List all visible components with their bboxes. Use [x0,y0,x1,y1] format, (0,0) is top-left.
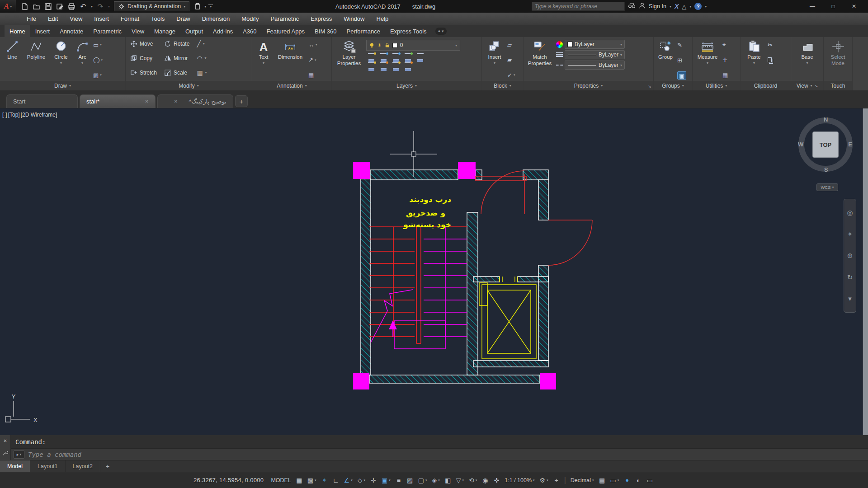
new-drawing-tab-button[interactable]: + [235,95,248,107]
compass-east[interactable]: E [848,141,852,148]
panel-label-view[interactable]: View▾↘ [791,81,823,90]
trim-button[interactable]: ╱▾ [194,38,209,49]
quick-properties-toggle[interactable]: ▤ [597,474,608,486]
paste-button[interactable]: Paste▾ [742,39,766,81]
menu-tools[interactable]: Tools [145,13,170,25]
group-selection-toggle[interactable]: ▣ [677,71,686,80]
tab-layout2[interactable]: Layout2 [66,460,100,472]
gizmo-toggle[interactable]: ⟲▾ [467,474,479,486]
menu-help[interactable]: Help [371,13,395,25]
customize-command-icon[interactable] [2,450,8,456]
menu-format[interactable]: Format [115,13,145,25]
tab-output[interactable]: Output [180,25,208,37]
zoom-icon[interactable]: ⊕ [847,252,853,260]
panel-label-annotation[interactable]: Annotation▾ [252,81,331,90]
menu-dimension[interactable]: Dimension [196,13,236,25]
copy-clip-button[interactable] [768,56,774,65]
arc-button[interactable]: Arc▾ [73,39,91,81]
tab-home[interactable]: Home [5,25,30,37]
open-file-button[interactable] [31,1,42,11]
command-input-row[interactable]: ▸▾ Type a command [11,448,868,460]
minimize-button[interactable]: — [802,3,823,9]
units-button[interactable]: Decimal▾ [568,474,596,486]
layer-unisolate-icon[interactable] [380,62,387,68]
ortho-toggle[interactable]: ∟ [330,474,341,486]
workspace-switching-button[interactable]: ⚙▾ [538,474,551,486]
autoscale-toggle[interactable]: ✜ [491,474,502,486]
viewcube-top-face[interactable]: TOP [812,131,839,158]
menu-modify[interactable]: Modify [236,13,264,25]
plot-button[interactable] [66,1,77,11]
help-icon[interactable]: ? [694,3,702,10]
close-icon[interactable]: ✕ [174,99,178,104]
menu-edit[interactable]: Edit [42,13,64,25]
steering-wheel-icon[interactable]: ◎ [847,209,853,217]
tab-view[interactable]: View [127,25,149,37]
pan-icon[interactable]: ⌖ [848,230,852,238]
group-edit-button[interactable]: ✎ [677,40,686,49]
ellipse-tool-button[interactable]: ◯▾ [93,56,103,65]
tab-insert[interactable]: Insert [30,25,55,37]
cut-button[interactable]: ✂ [768,40,774,49]
redo-button[interactable]: ↷ [95,1,106,11]
menu-window[interactable]: Window [338,13,370,25]
menu-draw[interactable]: Draw [170,13,196,25]
a360-icon[interactable]: △ [682,3,686,10]
maximize-button[interactable]: □ [823,3,844,9]
exchange-apps-icon[interactable]: X [675,3,679,10]
wcs-dropdown[interactable]: WCS▾ [816,183,838,191]
annotation-visibility-toggle[interactable]: ◉ [480,474,491,486]
rotate-button[interactable]: Rotate [161,38,192,49]
hatch-tool-button[interactable]: ▨▾ [93,70,103,80]
menu-parametric[interactable]: Parametric [264,13,305,25]
dynamic-input-toggle[interactable]: ⌖ [319,474,330,486]
view-control-button[interactable]: [Top] [8,112,20,118]
layer-properties-button[interactable]: Layer Properties [334,39,364,81]
new-file-button[interactable] [19,1,30,11]
new-layout-button[interactable]: + [100,460,115,472]
redo-caret-icon[interactable]: ▾ [107,5,111,9]
snap-toggle[interactable]: ▩▾ [305,474,319,486]
file-tab-start[interactable]: Start [6,94,78,108]
isolate-objects-toggle[interactable]: ◐ [633,474,644,486]
quick-calc-button[interactable]: ▦ [722,70,728,80]
menu-insert[interactable]: Insert [88,13,115,25]
help-caret-icon[interactable]: ▾ [705,5,707,9]
circle-button[interactable]: Circle▾ [50,39,72,81]
sign-in-button[interactable] [639,2,646,11]
panel-label-layers[interactable]: Layers▾ [332,81,481,90]
lineweight-toggle[interactable]: ≡ [393,474,404,486]
layer-freeze-icon[interactable] [368,53,375,59]
rectangle-tool-button[interactable]: ▭▾ [93,40,103,49]
menu-file[interactable]: File [21,13,42,25]
panel-label-modify[interactable]: Modify▾ [126,81,252,90]
line-button[interactable]: Line [2,39,23,81]
select-mode-button[interactable]: Select Mode [826,39,850,81]
command-input[interactable]: Type a command [28,451,81,458]
panel-label-clipboard[interactable]: Clipboard [741,81,791,90]
mirror-button[interactable]: Mirror [161,52,192,64]
dynamic-ucs-toggle[interactable]: ◧ [443,474,453,486]
object-snap-tracking-toggle[interactable]: ✛ [368,474,379,486]
qat-clipboard-caret-icon[interactable]: ▾ [203,5,208,9]
clean-screen-toggle[interactable]: ▭ [644,474,655,486]
file-tab-parking[interactable]: توضیح پارکینگ*✕ [157,94,233,108]
customization-button[interactable]: + [551,474,562,486]
viewcube[interactable]: N S W E TOP [798,117,853,172]
layer-on-icon[interactable] [392,62,399,68]
scale-button[interactable]: Scale [161,67,192,78]
tab-model[interactable]: Model [0,460,30,472]
tab-express-tools[interactable]: Express Tools [385,25,432,37]
close-button[interactable]: ✕ [844,3,864,9]
layer-dropdown[interactable]: ☀ 0 ▾ [366,40,460,51]
layer-match-icon[interactable] [417,53,424,59]
tab-layout1[interactable]: Layout1 [30,460,65,472]
tab-a360[interactable]: A360 [238,25,261,37]
panel-label-block[interactable]: Block▾ [482,81,523,90]
object-snap-toggle[interactable]: ▣▾ [379,474,393,486]
panel-label-draw[interactable]: Draw▾ [0,81,125,90]
tab-bim-360[interactable]: BIM 360 [310,25,341,37]
navbar-more-icon[interactable]: ▾ [848,295,852,303]
ribbon-options-icon[interactable]: ●▾ [435,28,447,35]
annotation-monitor-toggle[interactable]: ▭▾ [608,474,622,486]
